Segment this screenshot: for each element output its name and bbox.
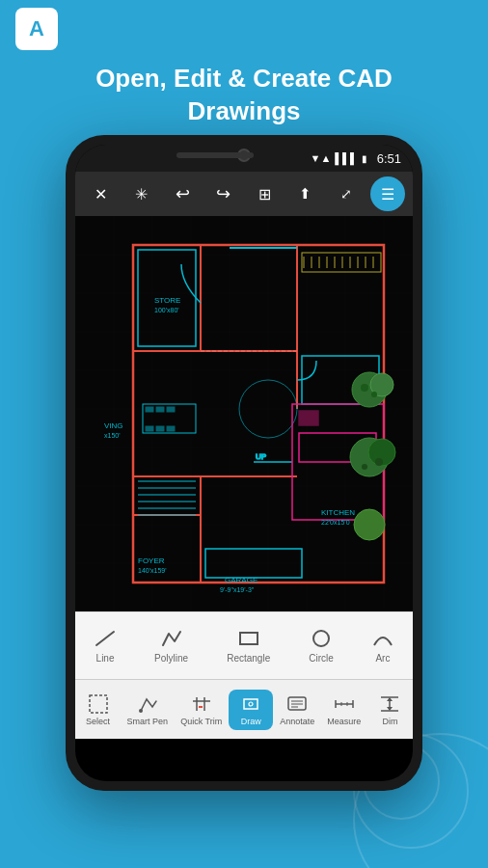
svg-text:KITCHEN: KITCHEN bbox=[321, 508, 355, 517]
close-button[interactable]: ✕ bbox=[83, 176, 118, 211]
tool-polyline-label: Polyline bbox=[154, 653, 188, 664]
svg-rect-82 bbox=[90, 695, 107, 713]
nav-measure-label: Measure bbox=[327, 717, 361, 726]
phone-outer: ▼▲ ▌▌▌ ▮ 6:51 ✕ ✳ ↩ ↪ ⊞ ⬆ ⤢ ☰ bbox=[66, 135, 422, 791]
phone-screen: ▼▲ ▌▌▌ ▮ 6:51 ✕ ✳ ↩ ↪ ⊞ ⬆ ⤢ ☰ bbox=[75, 145, 413, 781]
nav-quick-trim[interactable]: Quick Trim bbox=[175, 690, 228, 730]
svg-text:VING: VING bbox=[104, 421, 123, 430]
asterisk-button[interactable]: ✳ bbox=[124, 176, 159, 211]
nav-draw-label: Draw bbox=[241, 717, 261, 726]
nav-draw[interactable]: Draw bbox=[229, 690, 273, 730]
svg-line-79 bbox=[96, 632, 114, 645]
svg-text:FOYER: FOYER bbox=[138, 556, 165, 565]
tool-arc[interactable]: Arc bbox=[365, 624, 401, 667]
svg-rect-75 bbox=[146, 426, 153, 431]
tool-line-label: Line bbox=[96, 653, 115, 664]
svg-text:UP: UP bbox=[256, 452, 266, 461]
svg-text:140'x159': 140'x159' bbox=[138, 567, 167, 574]
svg-rect-74 bbox=[167, 407, 175, 412]
nav-dim[interactable]: Dim bbox=[367, 690, 412, 730]
svg-point-47 bbox=[375, 458, 383, 466]
svg-point-44 bbox=[354, 509, 385, 540]
svg-text:9'-9"x19'-3": 9'-9"x19'-3" bbox=[220, 586, 255, 593]
svg-rect-0 bbox=[75, 216, 413, 611]
fullscreen-button[interactable]: ⤢ bbox=[329, 176, 364, 211]
redo-button[interactable]: ↪ bbox=[206, 176, 241, 211]
svg-text:x150': x150' bbox=[104, 432, 121, 439]
tool-polyline[interactable]: Polyline bbox=[147, 624, 196, 667]
signal-icon: ▌▌▌ bbox=[335, 152, 357, 164]
svg-point-46 bbox=[361, 384, 368, 392]
nav-select[interactable]: Select bbox=[76, 690, 121, 730]
phone-wrapper: ▼▲ ▌▌▌ ▮ 6:51 ✕ ✳ ↩ ↪ ⊞ ⬆ ⤢ ☰ bbox=[66, 135, 422, 791]
svg-text:GARAGE: GARAGE bbox=[225, 576, 258, 584]
svg-point-83 bbox=[139, 709, 143, 713]
svg-text:100'x80': 100'x80' bbox=[154, 307, 179, 313]
nav-select-label: Select bbox=[86, 717, 110, 726]
nav-quick-trim-label: Quick Trim bbox=[180, 717, 222, 726]
wifi-icon: ▼▲ bbox=[311, 152, 332, 164]
nav-annotate[interactable]: Annotate bbox=[274, 690, 320, 730]
tool-rectangle[interactable]: Rectangle bbox=[219, 624, 278, 667]
nav-dim-label: Dim bbox=[382, 717, 397, 726]
grid-button[interactable]: ⊞ bbox=[247, 176, 282, 211]
svg-rect-72 bbox=[146, 407, 153, 412]
app-title: Open, Edit & Create CADDrawings bbox=[19, 63, 469, 128]
svg-point-89 bbox=[249, 702, 253, 706]
svg-text:22'0x15'0: 22'0x15'0 bbox=[321, 519, 350, 526]
logo-box: A bbox=[15, 8, 58, 50]
nav-annotate-label: Annotate bbox=[280, 717, 314, 726]
app-toolbar: ✕ ✳ ↩ ↪ ⊞ ⬆ ⤢ ☰ bbox=[75, 172, 413, 216]
drawing-tools-bar: Line Polyline Rectangle bbox=[75, 611, 413, 679]
svg-rect-80 bbox=[240, 633, 258, 644]
svg-rect-38 bbox=[299, 411, 318, 425]
menu-button[interactable]: ☰ bbox=[370, 176, 405, 211]
status-time: 6:51 bbox=[377, 151, 401, 166]
title-section: Open, Edit & Create CADDrawings bbox=[0, 53, 488, 138]
svg-rect-76 bbox=[156, 426, 164, 431]
logo-letter: A bbox=[29, 16, 44, 41]
nav-smart-pen-label: Smart Pen bbox=[127, 717, 169, 726]
nav-measure[interactable]: Measure bbox=[321, 690, 366, 730]
battery-icon: ▮ bbox=[362, 153, 367, 164]
undo-button[interactable]: ↩ bbox=[165, 176, 200, 211]
svg-point-45 bbox=[371, 392, 377, 397]
tool-rectangle-label: Rectangle bbox=[227, 653, 270, 664]
phone-speaker bbox=[176, 152, 254, 158]
status-icons: ▼▲ ▌▌▌ ▮ bbox=[311, 152, 367, 164]
svg-text:STORE: STORE bbox=[154, 296, 180, 305]
tool-line[interactable]: Line bbox=[87, 624, 123, 667]
cad-canvas: UP bbox=[75, 216, 413, 611]
nav-smart-pen[interactable]: Smart Pen bbox=[122, 690, 175, 730]
header: A bbox=[0, 0, 488, 58]
svg-point-81 bbox=[313, 631, 329, 646]
svg-rect-88 bbox=[244, 699, 258, 709]
share-button[interactable]: ⬆ bbox=[288, 176, 323, 211]
tool-circle-label: Circle bbox=[309, 653, 334, 664]
svg-point-48 bbox=[362, 464, 367, 470]
tool-arc-label: Arc bbox=[375, 653, 390, 664]
svg-rect-77 bbox=[167, 426, 175, 431]
svg-rect-73 bbox=[156, 407, 164, 412]
tool-circle[interactable]: Circle bbox=[301, 624, 341, 667]
bottom-nav: Select Smart Pen Quick bbox=[75, 679, 413, 739]
